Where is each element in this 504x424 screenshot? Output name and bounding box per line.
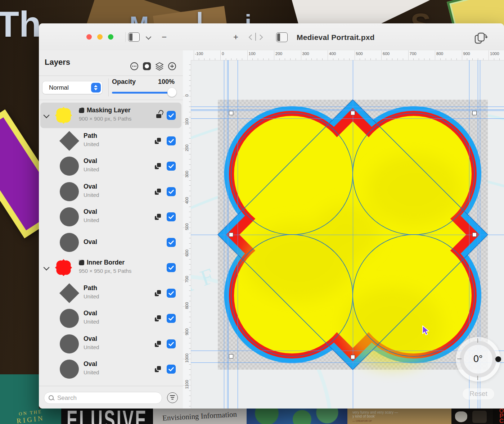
guide-line[interactable] [191, 109, 504, 110]
layer-row[interactable]: Path United [40, 128, 181, 154]
chevron-expand-icon[interactable] [44, 112, 50, 118]
selection-handle[interactable] [229, 354, 233, 358]
selection-handle[interactable] [351, 111, 355, 115]
layer-subtitle: 950 × 950 px, 5 Paths [79, 268, 131, 274]
canvas-viewport[interactable]: ARTIFACT OF POL [191, 60, 504, 409]
layer-row[interactable]: Oval [40, 230, 181, 255]
layer-group-row[interactable]: Inner Border 950 × 950 px, 5 Paths [40, 255, 181, 280]
visibility-checkbox[interactable] [167, 263, 176, 272]
opacity-slider-track[interactable] [112, 92, 175, 94]
book-dark [451, 409, 493, 424]
layer-thumbnail [59, 233, 79, 252]
zoom-button[interactable] [108, 34, 113, 40]
stack-icon[interactable] [155, 62, 164, 71]
layer-text: Oval United [84, 208, 99, 223]
visibility-checkbox[interactable] [167, 212, 176, 221]
guide-line[interactable] [238, 60, 238, 409]
canvas-panel-icon[interactable] [276, 32, 288, 42]
guide-line[interactable] [227, 60, 228, 409]
opacity-label: Opacity [112, 78, 136, 86]
selection-handle[interactable] [229, 111, 233, 115]
layer-text: Masking Layer 900 × 900 px, 5 Paths [79, 107, 131, 122]
guide-line[interactable] [191, 235, 504, 235]
layer-thumbnail [54, 105, 73, 125]
selection-handle[interactable] [472, 233, 477, 237]
layer-thumbnail [59, 283, 79, 303]
blend-opacity-row: Normal Opacity 100% [39, 76, 183, 100]
visibility-checkbox[interactable] [167, 238, 176, 247]
add-layer-icon[interactable] [167, 62, 177, 71]
visibility-checkbox[interactable] [167, 111, 176, 120]
layer-row[interactable]: Oval United [40, 356, 181, 382]
rotation-dial-knob[interactable] [495, 356, 501, 362]
ruler-label: 200 [275, 51, 282, 56]
chevron-expand-icon[interactable] [44, 265, 50, 271]
unlocked-icon[interactable] [156, 111, 162, 118]
visibility-checkbox[interactable] [167, 289, 176, 298]
ruler-label: 600 [383, 51, 390, 56]
layer-title: Oval [84, 335, 99, 343]
opacity-slider-knob[interactable] [167, 88, 176, 97]
search-input[interactable] [57, 393, 159, 403]
layer-subtitle: 900 × 900 px, 5 Paths [79, 116, 131, 122]
layer-title: Oval [84, 157, 99, 165]
layer-thumbnail [54, 258, 73, 278]
compare-divider-icon [255, 33, 256, 41]
more-icon[interactable] [130, 62, 139, 71]
ruler-label: 100 [249, 51, 256, 56]
layer-text: Path United [84, 132, 99, 147]
zoom-in-button[interactable]: + [233, 32, 238, 42]
visibility-checkbox[interactable] [167, 365, 176, 374]
layers-panel-header: Layers [39, 50, 183, 76]
visibility-checkbox[interactable] [167, 339, 176, 348]
reset-button[interactable]: Reset [462, 388, 495, 400]
stepper-icon[interactable] [91, 83, 101, 93]
layer-thumbnail [59, 207, 79, 227]
chevron-down-icon[interactable] [146, 34, 152, 40]
search-field[interactable] [44, 392, 162, 404]
visibility-checkbox[interactable] [167, 162, 176, 171]
sidebar-toggle-icon[interactable] [128, 32, 140, 42]
layer-title: Oval [84, 310, 99, 317]
layer-row[interactable]: Oval United [40, 179, 181, 204]
visibility-checkbox[interactable] [167, 136, 176, 145]
next-arrow-icon[interactable] [257, 35, 263, 40]
blend-mode-select[interactable]: Normal [42, 81, 102, 94]
prev-arrow-icon[interactable] [249, 35, 255, 40]
mask-icon[interactable] [142, 62, 152, 71]
minimize-button[interactable] [97, 34, 103, 40]
shape-group-icon [79, 260, 84, 265]
search-icon [49, 395, 54, 400]
ruler-label: 800 [185, 300, 189, 311]
guide-line[interactable] [191, 107, 504, 107]
rotation-dial[interactable]: 0° [456, 337, 500, 382]
united-icon [155, 315, 161, 322]
ruler-label: 500 [356, 51, 363, 56]
selection-handle[interactable] [351, 355, 355, 359]
layer-text: Oval [84, 238, 97, 246]
layer-row[interactable]: Oval United [40, 153, 181, 179]
layer-row[interactable]: Path United [40, 280, 181, 306]
ruler-label: 900 [185, 326, 189, 338]
selection-handle[interactable] [472, 111, 477, 115]
layer-group-row[interactable]: Masking Layer 900 × 900 px, 5 Paths [40, 103, 181, 128]
layer-row[interactable]: Oval United [40, 306, 181, 331]
layer-row[interactable]: Oval United [40, 331, 181, 357]
book-painting [247, 409, 347, 424]
close-button[interactable] [86, 34, 92, 40]
guide-line[interactable] [191, 110, 504, 111]
guide-line[interactable] [191, 118, 504, 119]
duplicate-rotate-icon[interactable] [474, 32, 489, 45]
titlebar[interactable]: − + Medieval Portrait.pxd ML ↗ ↙ [39, 23, 504, 51]
visibility-checkbox[interactable] [167, 314, 176, 323]
layer-row[interactable]: Oval United [40, 204, 181, 230]
filter-icon[interactable] [167, 392, 178, 403]
guide-line[interactable] [228, 60, 229, 409]
ruler-label: 0 [222, 51, 224, 56]
ruler-label: 600 [185, 247, 189, 259]
selection-handle[interactable] [229, 233, 233, 237]
zoom-out-button[interactable]: − [162, 32, 167, 42]
visibility-checkbox[interactable] [167, 187, 176, 196]
layer-text: Oval United [84, 310, 99, 325]
guide-line[interactable] [224, 60, 224, 409]
